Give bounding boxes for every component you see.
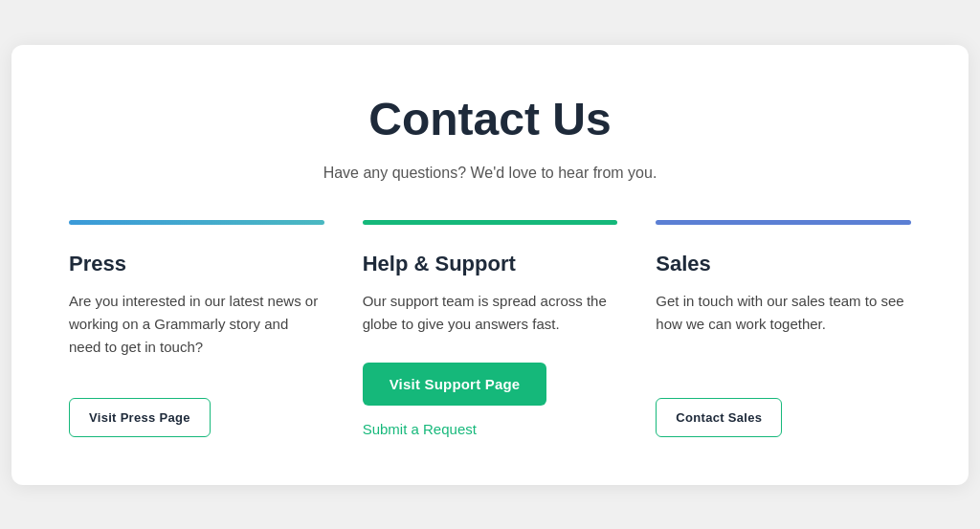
support-bar (363, 220, 618, 225)
support-column: Help & Support Our support team is sprea… (363, 220, 618, 437)
press-title: Press (69, 252, 324, 276)
visit-support-button[interactable]: Visit Support Page (363, 363, 547, 406)
press-bar (69, 220, 324, 225)
sales-description: Get in touch with our sales team to see … (656, 290, 911, 371)
columns-container: Press Are you interested in our latest n… (69, 220, 911, 437)
support-actions: Visit Support Page Submit a Request (363, 363, 618, 437)
support-description: Our support team is spread across the gl… (363, 290, 618, 336)
page-subtitle: Have any questions? We'd love to hear fr… (69, 165, 911, 182)
sales-title: Sales (656, 252, 911, 276)
press-column: Press Are you interested in our latest n… (69, 220, 324, 437)
contact-us-card: Contact Us Have any questions? We'd love… (11, 45, 969, 485)
sales-column: Sales Get in touch with our sales team t… (656, 220, 911, 437)
header-section: Contact Us Have any questions? We'd love… (69, 93, 911, 182)
visit-press-button[interactable]: Visit Press Page (69, 398, 211, 437)
press-description: Are you interested in our latest news or… (69, 290, 324, 371)
submit-request-link[interactable]: Submit a Request (363, 421, 477, 437)
support-title: Help & Support (363, 252, 618, 276)
page-title: Contact Us (69, 93, 911, 145)
contact-sales-button[interactable]: Contact Sales (656, 398, 782, 437)
sales-bar (656, 220, 911, 225)
